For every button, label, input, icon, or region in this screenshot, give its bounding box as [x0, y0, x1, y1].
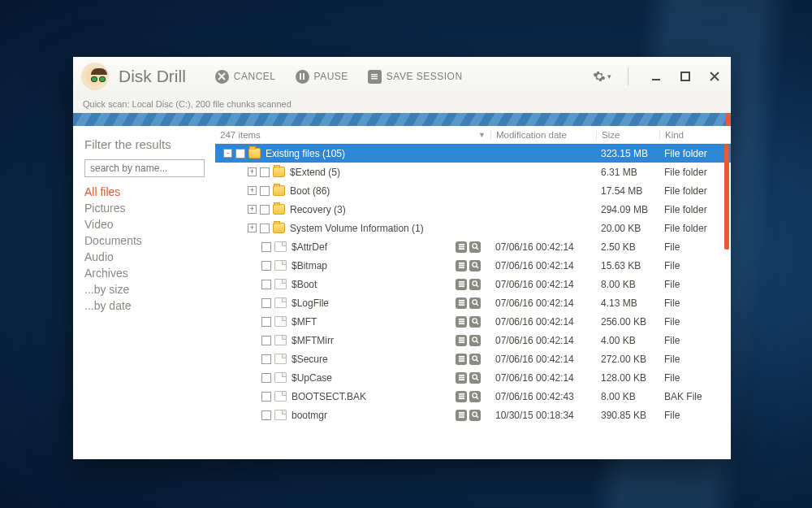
row-checkbox[interactable]: [260, 205, 270, 215]
app-logo: [81, 63, 109, 90]
table-row[interactable]: -Existing files (105)323.15 MBFile folde…: [215, 144, 731, 163]
svg-rect-9: [458, 248, 464, 250]
row-checkbox[interactable]: [261, 410, 271, 420]
table-row[interactable]: $AttrDef07/06/16 00:42:142.50 KBFile: [215, 237, 731, 256]
column-name[interactable]: 247 items ▼: [215, 130, 490, 140]
row-date: 07/06/16 00:42:14: [490, 241, 596, 253]
app-window: Disk Drill CANCEL PAUSE SAVE SESSION ▾ Q…: [73, 57, 731, 459]
preview-magnify-icon[interactable]: [469, 279, 481, 290]
row-checkbox[interactable]: [260, 167, 270, 177]
row-name: Recovery (3): [290, 204, 346, 215]
row-checkbox[interactable]: [235, 149, 245, 158]
filter-audio[interactable]: Audio: [84, 249, 204, 265]
maximize-button[interactable]: [677, 68, 693, 85]
table-row[interactable]: BOOTSECT.BAK07/06/16 00:42:438.00 KBBAK …: [215, 387, 731, 406]
svg-point-10: [472, 244, 476, 248]
row-checkbox[interactable]: [260, 224, 270, 233]
row-checkbox[interactable]: [261, 354, 271, 364]
expand-icon[interactable]: +: [248, 186, 257, 195]
row-checkbox[interactable]: [261, 280, 271, 289]
table-row[interactable]: bootmgr10/30/15 00:18:34390.85 KBFile: [215, 406, 731, 424]
expand-icon[interactable]: +: [248, 224, 257, 232]
filter-all-files[interactable]: All files: [84, 184, 204, 200]
row-name: BOOTSECT.BAK: [292, 391, 366, 402]
preview-magnify-icon[interactable]: [469, 410, 481, 421]
preview-magnify-icon[interactable]: [469, 391, 481, 402]
preview-magnify-icon[interactable]: [469, 260, 481, 271]
expand-icon[interactable]: +: [248, 167, 257, 176]
svg-rect-19: [458, 285, 464, 287]
table-row[interactable]: $UpCase07/06/16 00:42:14128.00 KBFile: [215, 368, 731, 387]
table-row[interactable]: $Boot07/06/16 00:42:148.00 KBFile: [215, 275, 731, 293]
row-checkbox[interactable]: [261, 392, 271, 402]
table-row[interactable]: $MFTMirr07/06/16 00:42:144.00 KBFile: [215, 331, 731, 350]
table-row[interactable]: $Secure07/06/16 00:42:14272.00 KBFile: [215, 350, 731, 368]
preview-list-icon[interactable]: [456, 297, 467, 309]
row-kind: File: [659, 297, 723, 309]
row-size: 20.00 KB: [596, 223, 659, 234]
row-kind: File: [659, 372, 723, 384]
svg-line-51: [476, 397, 477, 399]
pause-button[interactable]: PAUSE: [291, 67, 353, 87]
scrollbar-thumb[interactable]: [724, 144, 729, 250]
preview-magnify-icon[interactable]: [469, 335, 481, 346]
row-checkbox[interactable]: [261, 242, 271, 252]
row-checkbox[interactable]: [261, 373, 271, 383]
filter--by-date[interactable]: ...by date: [84, 297, 204, 314]
table-row[interactable]: $Bitmap07/06/16 00:42:1415.63 KBFile: [215, 256, 731, 275]
folder-icon: [273, 167, 285, 177]
row-size: 128.00 KB: [596, 372, 659, 384]
filter--by-size[interactable]: ...by size: [84, 281, 204, 297]
close-button[interactable]: [706, 68, 723, 85]
table-row[interactable]: +Recovery (3)294.09 MBFile folder: [215, 200, 731, 219]
row-checkbox[interactable]: [261, 336, 271, 345]
preview-list-icon[interactable]: [456, 410, 467, 421]
table-row[interactable]: +Boot (86)17.54 MBFile folder: [215, 181, 731, 200]
row-checkbox[interactable]: [261, 261, 271, 271]
column-kind[interactable]: Kind: [659, 130, 723, 140]
filter-pictures[interactable]: Pictures: [84, 200, 204, 216]
search-input[interactable]: [84, 159, 205, 177]
file-icon: [274, 391, 287, 402]
minimize-button[interactable]: [648, 68, 664, 85]
svg-rect-0: [300, 73, 301, 80]
preview-list-icon[interactable]: [456, 241, 467, 253]
column-date[interactable]: Modification date: [490, 130, 596, 140]
preview-list-icon[interactable]: [456, 354, 467, 365]
save-session-button[interactable]: SAVE SESSION: [363, 67, 468, 87]
filter-video[interactable]: Video: [84, 216, 204, 232]
row-checkbox[interactable]: [260, 186, 270, 196]
preview-magnify-icon[interactable]: [469, 354, 481, 365]
table-row[interactable]: +System Volume Information (1)20.00 KBFi…: [215, 219, 731, 237]
preview-magnify-icon[interactable]: [469, 372, 481, 384]
column-size[interactable]: Size: [596, 130, 659, 140]
preview-magnify-icon[interactable]: [469, 241, 481, 253]
preview-list-icon[interactable]: [456, 372, 467, 384]
svg-rect-6: [681, 72, 689, 80]
preview-magnify-icon[interactable]: [469, 297, 481, 309]
expand-icon[interactable]: +: [248, 205, 257, 214]
scrollbar[interactable]: [724, 144, 729, 459]
preview-list-icon[interactable]: [456, 316, 467, 328]
table-row[interactable]: +$Extend (5)6.31 MBFile folder: [215, 163, 731, 181]
preview-magnify-icon[interactable]: [469, 316, 481, 328]
svg-rect-48: [458, 396, 464, 397]
collapse-icon[interactable]: -: [223, 149, 232, 158]
table-row[interactable]: $LogFile07/06/16 00:42:144.13 MBFile: [215, 293, 731, 312]
row-date: 07/06/16 00:42:14: [490, 279, 596, 290]
svg-rect-29: [458, 323, 464, 324]
svg-rect-39: [458, 360, 464, 362]
filter-archives[interactable]: Archives: [84, 265, 204, 281]
cancel-button[interactable]: CANCEL: [210, 67, 281, 87]
preview-list-icon[interactable]: [456, 279, 467, 290]
preview-list-icon[interactable]: [456, 260, 467, 271]
preview-list-icon[interactable]: [456, 391, 467, 402]
svg-rect-43: [458, 377, 464, 379]
filter-documents[interactable]: Documents: [84, 232, 204, 249]
row-checkbox[interactable]: [261, 317, 271, 327]
row-checkbox[interactable]: [261, 298, 271, 308]
preview-list-icon[interactable]: [456, 335, 467, 346]
row-name: $Secure: [292, 354, 328, 365]
table-row[interactable]: $MFT07/06/16 00:42:14256.00 KBFile: [215, 312, 731, 331]
settings-button[interactable]: ▾: [593, 70, 611, 83]
